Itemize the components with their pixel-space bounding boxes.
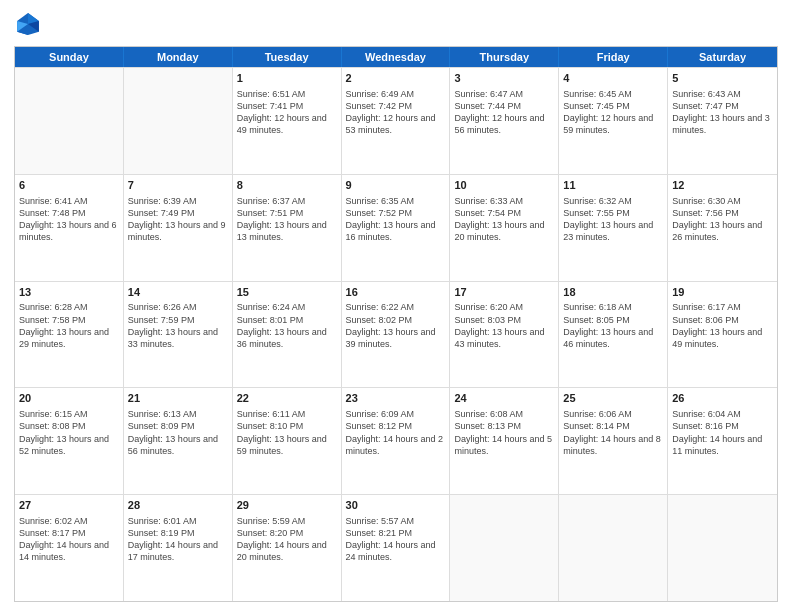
calendar-cell: 16Sunrise: 6:22 AM Sunset: 8:02 PM Dayli… [342, 282, 451, 388]
calendar-cell: 11Sunrise: 6:32 AM Sunset: 7:55 PM Dayli… [559, 175, 668, 281]
day-number: 30 [346, 498, 446, 513]
calendar-cell [559, 495, 668, 601]
calendar-cell: 9Sunrise: 6:35 AM Sunset: 7:52 PM Daylig… [342, 175, 451, 281]
cell-text: Sunrise: 6:20 AM Sunset: 8:03 PM Dayligh… [454, 301, 554, 350]
calendar-cell: 4Sunrise: 6:45 AM Sunset: 7:45 PM Daylig… [559, 68, 668, 174]
day-number: 19 [672, 285, 773, 300]
calendar-cell: 8Sunrise: 6:37 AM Sunset: 7:51 PM Daylig… [233, 175, 342, 281]
day-number: 16 [346, 285, 446, 300]
calendar-cell: 29Sunrise: 5:59 AM Sunset: 8:20 PM Dayli… [233, 495, 342, 601]
page: SundayMondayTuesdayWednesdayThursdayFrid… [0, 0, 792, 612]
cell-text: Sunrise: 6:35 AM Sunset: 7:52 PM Dayligh… [346, 195, 446, 244]
cell-text: Sunrise: 6:32 AM Sunset: 7:55 PM Dayligh… [563, 195, 663, 244]
cell-text: Sunrise: 6:45 AM Sunset: 7:45 PM Dayligh… [563, 88, 663, 137]
calendar-cell: 18Sunrise: 6:18 AM Sunset: 8:05 PM Dayli… [559, 282, 668, 388]
day-number: 10 [454, 178, 554, 193]
day-number: 27 [19, 498, 119, 513]
calendar-cell [124, 68, 233, 174]
calendar-cell: 10Sunrise: 6:33 AM Sunset: 7:54 PM Dayli… [450, 175, 559, 281]
day-number: 12 [672, 178, 773, 193]
cell-text: Sunrise: 6:11 AM Sunset: 8:10 PM Dayligh… [237, 408, 337, 457]
cell-text: Sunrise: 6:28 AM Sunset: 7:58 PM Dayligh… [19, 301, 119, 350]
day-number: 6 [19, 178, 119, 193]
calendar-cell: 7Sunrise: 6:39 AM Sunset: 7:49 PM Daylig… [124, 175, 233, 281]
weekday-header: Sunday [15, 47, 124, 67]
calendar-cell: 28Sunrise: 6:01 AM Sunset: 8:19 PM Dayli… [124, 495, 233, 601]
calendar-cell: 2Sunrise: 6:49 AM Sunset: 7:42 PM Daylig… [342, 68, 451, 174]
logo-icon [14, 10, 42, 38]
cell-text: Sunrise: 5:57 AM Sunset: 8:21 PM Dayligh… [346, 515, 446, 564]
weekday-header: Saturday [668, 47, 777, 67]
day-number: 22 [237, 391, 337, 406]
cell-text: Sunrise: 6:04 AM Sunset: 8:16 PM Dayligh… [672, 408, 773, 457]
cell-text: Sunrise: 6:24 AM Sunset: 8:01 PM Dayligh… [237, 301, 337, 350]
day-number: 5 [672, 71, 773, 86]
day-number: 18 [563, 285, 663, 300]
weekday-header: Wednesday [342, 47, 451, 67]
header [14, 10, 778, 38]
calendar-cell [668, 495, 777, 601]
cell-text: Sunrise: 6:09 AM Sunset: 8:12 PM Dayligh… [346, 408, 446, 457]
calendar-cell: 27Sunrise: 6:02 AM Sunset: 8:17 PM Dayli… [15, 495, 124, 601]
day-number: 3 [454, 71, 554, 86]
cell-text: Sunrise: 6:15 AM Sunset: 8:08 PM Dayligh… [19, 408, 119, 457]
calendar-cell: 24Sunrise: 6:08 AM Sunset: 8:13 PM Dayli… [450, 388, 559, 494]
calendar-cell: 30Sunrise: 5:57 AM Sunset: 8:21 PM Dayli… [342, 495, 451, 601]
day-number: 13 [19, 285, 119, 300]
day-number: 26 [672, 391, 773, 406]
calendar-cell: 19Sunrise: 6:17 AM Sunset: 8:06 PM Dayli… [668, 282, 777, 388]
cell-text: Sunrise: 6:33 AM Sunset: 7:54 PM Dayligh… [454, 195, 554, 244]
cell-text: Sunrise: 6:02 AM Sunset: 8:17 PM Dayligh… [19, 515, 119, 564]
cell-text: Sunrise: 6:22 AM Sunset: 8:02 PM Dayligh… [346, 301, 446, 350]
day-number: 4 [563, 71, 663, 86]
day-number: 1 [237, 71, 337, 86]
cell-text: Sunrise: 5:59 AM Sunset: 8:20 PM Dayligh… [237, 515, 337, 564]
day-number: 8 [237, 178, 337, 193]
cell-text: Sunrise: 6:08 AM Sunset: 8:13 PM Dayligh… [454, 408, 554, 457]
day-number: 17 [454, 285, 554, 300]
calendar-cell: 5Sunrise: 6:43 AM Sunset: 7:47 PM Daylig… [668, 68, 777, 174]
day-number: 24 [454, 391, 554, 406]
cell-text: Sunrise: 6:17 AM Sunset: 8:06 PM Dayligh… [672, 301, 773, 350]
calendar-row: 6Sunrise: 6:41 AM Sunset: 7:48 PM Daylig… [15, 174, 777, 281]
cell-text: Sunrise: 6:51 AM Sunset: 7:41 PM Dayligh… [237, 88, 337, 137]
calendar-cell: 25Sunrise: 6:06 AM Sunset: 8:14 PM Dayli… [559, 388, 668, 494]
calendar-cell [450, 495, 559, 601]
cell-text: Sunrise: 6:13 AM Sunset: 8:09 PM Dayligh… [128, 408, 228, 457]
calendar-cell: 15Sunrise: 6:24 AM Sunset: 8:01 PM Dayli… [233, 282, 342, 388]
day-number: 20 [19, 391, 119, 406]
day-number: 15 [237, 285, 337, 300]
calendar-row: 1Sunrise: 6:51 AM Sunset: 7:41 PM Daylig… [15, 67, 777, 174]
day-number: 29 [237, 498, 337, 513]
weekday-header: Friday [559, 47, 668, 67]
calendar-row: 13Sunrise: 6:28 AM Sunset: 7:58 PM Dayli… [15, 281, 777, 388]
cell-text: Sunrise: 6:39 AM Sunset: 7:49 PM Dayligh… [128, 195, 228, 244]
calendar-cell: 17Sunrise: 6:20 AM Sunset: 8:03 PM Dayli… [450, 282, 559, 388]
weekday-header: Monday [124, 47, 233, 67]
calendar-cell: 23Sunrise: 6:09 AM Sunset: 8:12 PM Dayli… [342, 388, 451, 494]
day-number: 11 [563, 178, 663, 193]
calendar-cell: 14Sunrise: 6:26 AM Sunset: 7:59 PM Dayli… [124, 282, 233, 388]
calendar-cell: 6Sunrise: 6:41 AM Sunset: 7:48 PM Daylig… [15, 175, 124, 281]
logo [14, 10, 46, 38]
weekday-header: Thursday [450, 47, 559, 67]
day-number: 28 [128, 498, 228, 513]
cell-text: Sunrise: 6:01 AM Sunset: 8:19 PM Dayligh… [128, 515, 228, 564]
day-number: 14 [128, 285, 228, 300]
calendar-cell: 13Sunrise: 6:28 AM Sunset: 7:58 PM Dayli… [15, 282, 124, 388]
calendar-cell [15, 68, 124, 174]
calendar-cell: 1Sunrise: 6:51 AM Sunset: 7:41 PM Daylig… [233, 68, 342, 174]
calendar-row: 20Sunrise: 6:15 AM Sunset: 8:08 PM Dayli… [15, 387, 777, 494]
day-number: 25 [563, 391, 663, 406]
cell-text: Sunrise: 6:49 AM Sunset: 7:42 PM Dayligh… [346, 88, 446, 137]
cell-text: Sunrise: 6:26 AM Sunset: 7:59 PM Dayligh… [128, 301, 228, 350]
calendar-cell: 20Sunrise: 6:15 AM Sunset: 8:08 PM Dayli… [15, 388, 124, 494]
day-number: 23 [346, 391, 446, 406]
day-number: 2 [346, 71, 446, 86]
calendar-body: 1Sunrise: 6:51 AM Sunset: 7:41 PM Daylig… [15, 67, 777, 601]
day-number: 21 [128, 391, 228, 406]
cell-text: Sunrise: 6:37 AM Sunset: 7:51 PM Dayligh… [237, 195, 337, 244]
weekday-header: Tuesday [233, 47, 342, 67]
cell-text: Sunrise: 6:43 AM Sunset: 7:47 PM Dayligh… [672, 88, 773, 137]
cell-text: Sunrise: 6:06 AM Sunset: 8:14 PM Dayligh… [563, 408, 663, 457]
